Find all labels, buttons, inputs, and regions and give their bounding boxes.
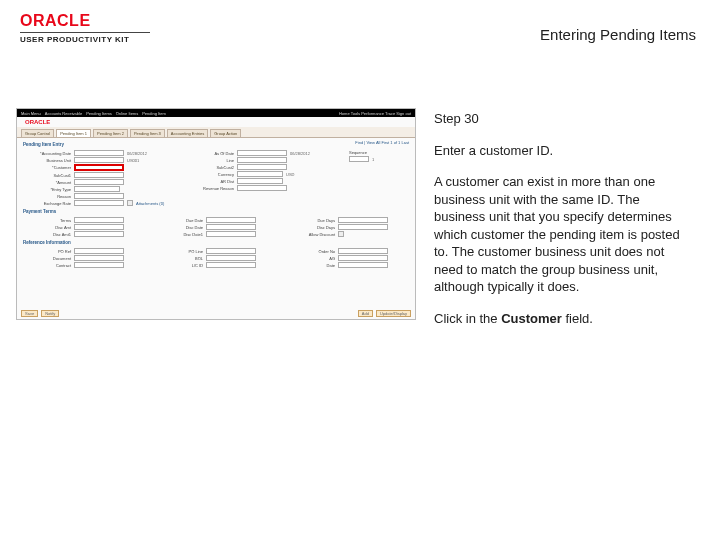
thumb-label: PO Line	[155, 249, 203, 254]
thumb-label: Document	[23, 256, 71, 261]
product-line: USER PRODUCTIVITY KIT	[20, 35, 170, 44]
thumb-icon	[127, 200, 133, 206]
thumb-input	[237, 157, 287, 163]
thumb-text: 06/28/2012	[127, 151, 147, 156]
thumb-link: Sign out	[396, 111, 411, 116]
thumb-label: Revenue Reason	[186, 186, 234, 191]
thumb-link: Home	[339, 111, 350, 116]
thumb-body: Pending Item Entry Find | View All First…	[17, 138, 415, 271]
thumb-label: Due Date	[155, 218, 203, 223]
thumb-label: *Accounting Date	[23, 151, 71, 156]
thumb-checkbox	[338, 231, 344, 237]
thumb-label: Disc Date	[155, 225, 203, 230]
thumb-input	[206, 248, 256, 254]
thumb-link: Performance Trace	[361, 111, 395, 116]
thumb-input	[349, 156, 369, 162]
thumb-input	[74, 231, 124, 237]
thumb-input	[237, 178, 283, 184]
thumb-tab: Pending Item 3	[130, 129, 165, 137]
thumb-crumb: Accounts Receivable	[45, 111, 82, 116]
instruction-line: Enter a customer ID.	[434, 142, 694, 160]
brand-word: ORACLE	[20, 12, 170, 30]
thumb-bottom: Save Notify Add Update/Display	[21, 310, 411, 317]
thumb-label: Disc Amt1	[23, 232, 71, 237]
thumb-label: *Entry Type	[23, 187, 71, 192]
thumb-input	[74, 186, 120, 192]
thumb-label: Reason	[23, 194, 71, 199]
thumb-crumb: Online Items	[116, 111, 138, 116]
thumb-text: 1	[372, 157, 374, 162]
click-suffix: field.	[562, 311, 593, 326]
click-field: Customer	[501, 311, 562, 326]
thumb-input	[237, 150, 287, 156]
thumb-label: Order No	[287, 249, 335, 254]
instruction-click: Click in the Customer field.	[434, 310, 694, 328]
thumb-input	[74, 157, 124, 163]
brand-block: ORACLE USER PRODUCTIVITY KIT	[20, 12, 170, 44]
thumb-label: Date	[287, 263, 335, 268]
thumb-crumb: Main Menu	[21, 111, 41, 116]
thumb-text: US001	[127, 158, 139, 163]
thumb-label: BOL	[155, 256, 203, 261]
thumb-input	[74, 172, 124, 178]
instruction-body: A customer can exist in more than one bu…	[434, 173, 694, 296]
thumb-input	[338, 255, 388, 261]
click-prefix: Click in the	[434, 311, 501, 326]
thumb-label: Line	[186, 158, 234, 163]
thumb-tab: Group Action	[210, 129, 241, 137]
screenshot-thumbnail: Main Menu Accounts Receivable Pending It…	[16, 108, 416, 320]
thumb-text: 06/28/2012	[290, 151, 310, 156]
step-label: Step 30	[434, 110, 694, 128]
thumb-tabs: Group Control Pending Item 1 Pending Ite…	[17, 127, 415, 138]
thumb-input	[206, 217, 256, 223]
thumb-input	[338, 217, 388, 223]
thumb-input	[74, 200, 124, 206]
thumb-label: Currency	[186, 172, 234, 177]
thumb-input	[206, 231, 256, 237]
thumb-label: AG	[287, 256, 335, 261]
thumb-section-title: Pending Item Entry	[23, 142, 64, 147]
thumb-label: AR Dist	[186, 179, 234, 184]
thumb-label: L/C ID	[155, 263, 203, 268]
thumb-input	[74, 224, 124, 230]
thumb-input	[338, 262, 388, 268]
thumb-input	[74, 193, 124, 199]
thumb-input	[206, 224, 256, 230]
thumb-label: Allow Discount	[287, 232, 335, 237]
thumb-button: Notify	[41, 310, 59, 317]
thumb-input	[237, 171, 283, 177]
thumb-section-title: Reference Information	[23, 240, 409, 245]
thumb-link: Tools	[351, 111, 360, 116]
thumb-customer-highlight	[74, 164, 124, 171]
thumb-pager: Find | View All First 1 of 1 Last	[355, 140, 409, 149]
thumb-input	[74, 217, 124, 223]
thumb-label: Exchange Rate	[23, 201, 71, 206]
thumb-label: Terms	[23, 218, 71, 223]
thumb-input	[338, 224, 388, 230]
thumb-brand: ORACLE	[21, 117, 54, 127]
thumb-label: Business Unit	[23, 158, 71, 163]
thumb-label: SubCust1	[23, 173, 71, 178]
thumb-input	[206, 262, 256, 268]
thumb-label: PO Ref	[23, 249, 71, 254]
thumb-tab: Pending Item 2	[93, 129, 128, 137]
thumb-button: Add	[358, 310, 373, 317]
page-title: Entering Pending Items	[540, 26, 696, 43]
thumb-input	[74, 255, 124, 261]
thumb-label: Disc Amt	[23, 225, 71, 230]
thumb-input	[74, 248, 124, 254]
thumb-label: As Of Date	[186, 151, 234, 156]
thumb-label: Disc Date1	[155, 232, 203, 237]
thumb-input	[237, 185, 287, 191]
thumb-button: Update/Display	[376, 310, 411, 317]
thumb-link: Attachments (0)	[136, 201, 164, 206]
thumb-input	[74, 262, 124, 268]
thumb-label: Due Days	[287, 218, 335, 223]
thumb-text: USD	[286, 172, 294, 177]
thumb-input	[74, 150, 124, 156]
thumb-topbar-right: Home Tools Performance Trace Sign out	[339, 111, 411, 116]
brand-rule	[20, 32, 150, 33]
thumb-tab: Accounting Entries	[167, 129, 208, 137]
thumb-label: Contract	[23, 263, 71, 268]
thumb-section-title: Payment Terms	[23, 209, 409, 214]
